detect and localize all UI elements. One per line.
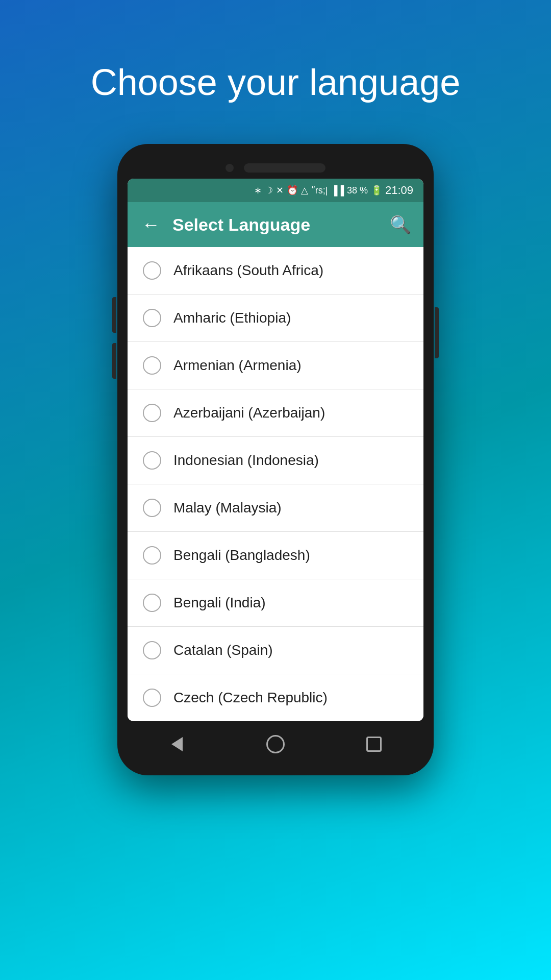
moon-icon: ☽ [265,185,273,196]
language-label: Bengali (India) [173,595,266,611]
language-label: Afrikaans (South Africa) [173,262,323,279]
nav-back-button[interactable] [164,731,190,757]
radio-bengali-bd[interactable] [143,546,161,565]
search-button[interactable]: 🔍 [390,214,411,235]
phone-top-bar [128,154,423,179]
language-list: Afrikaans (South Africa) Amharic (Ethiop… [128,247,423,721]
status-bar: ∗ ☽ ✕ ⏰ △ ʺrs;| ▐▐ 38 % 🔋 21:09 [128,179,423,202]
list-item[interactable]: Afrikaans (South Africa) [128,247,423,295]
language-label: Armenian (Armenia) [173,357,302,374]
status-time: 21:09 [385,184,413,197]
volume-up-button[interactable] [112,297,116,333]
toolbar-title: Select Language [172,215,380,235]
language-label: Czech (Czech Republic) [173,690,328,706]
phone-screen: ∗ ☽ ✕ ⏰ △ ʺrs;| ▐▐ 38 % 🔋 21:09 ← Select… [128,179,423,721]
language-label: Azerbaijani (Azerbaijan) [173,405,325,421]
list-item[interactable]: Czech (Czech Republic) [128,674,423,721]
language-label: Catalan (Spain) [173,642,273,658]
page-title-container: Choose your language [50,0,502,144]
list-item[interactable]: Bengali (Bangladesh) [128,532,423,579]
nav-home-button[interactable] [263,731,288,757]
signal1-icon: ʺrs;| [311,185,328,196]
battery-percent: 38 % [347,185,368,196]
list-item[interactable]: Amharic (Ethiopia) [128,295,423,342]
phone-device: ∗ ☽ ✕ ⏰ △ ʺrs;| ▐▐ 38 % 🔋 21:09 ← Select… [117,144,434,775]
recents-square-icon [366,737,382,752]
language-label: Amharic (Ethiopia) [173,310,291,326]
radio-armenian[interactable] [143,356,161,375]
radio-azerbaijani[interactable] [143,404,161,422]
front-camera [226,164,234,172]
volume-down-button[interactable] [112,343,116,379]
back-button[interactable]: ← [140,213,162,236]
list-item[interactable]: Indonesian (Indonesia) [128,437,423,484]
status-icons: ∗ ☽ ✕ ⏰ △ ʺrs;| ▐▐ 38 % 🔋 21:09 [254,184,413,197]
list-item[interactable]: Catalan (Spain) [128,627,423,674]
power-button[interactable] [435,307,439,358]
list-item[interactable]: Bengali (India) [128,579,423,627]
list-item[interactable]: Armenian (Armenia) [128,342,423,389]
language-label: Bengali (Bangladesh) [173,547,310,564]
nav-recents-button[interactable] [361,731,387,757]
language-label: Malay (Malaysia) [173,500,282,516]
radio-indonesian[interactable] [143,451,161,470]
bluetooth-icon: ∗ [254,185,262,196]
page-title: Choose your language [50,61,502,103]
alarm-icon: ⏰ [287,185,298,196]
mute-icon: ✕ [276,185,284,196]
battery-icon: 🔋 [371,185,382,196]
radio-amharic[interactable] [143,309,161,327]
bottom-navigation-bar [128,721,423,765]
list-item[interactable]: Malay (Malaysia) [128,484,423,532]
home-circle-icon [266,735,285,753]
list-item[interactable]: Azerbaijani (Azerbaijan) [128,389,423,437]
app-toolbar: ← Select Language 🔍 [128,202,423,247]
wifi-icon: △ [301,185,308,196]
signal2-icon: ▐▐ [331,185,344,196]
language-label: Indonesian (Indonesia) [173,452,319,469]
radio-malay[interactable] [143,499,161,517]
radio-bengali-in[interactable] [143,594,161,612]
back-arrow-icon [171,737,183,751]
radio-czech[interactable] [143,689,161,707]
radio-afrikaans[interactable] [143,261,161,280]
radio-catalan[interactable] [143,641,161,659]
earpiece-speaker [244,163,325,173]
